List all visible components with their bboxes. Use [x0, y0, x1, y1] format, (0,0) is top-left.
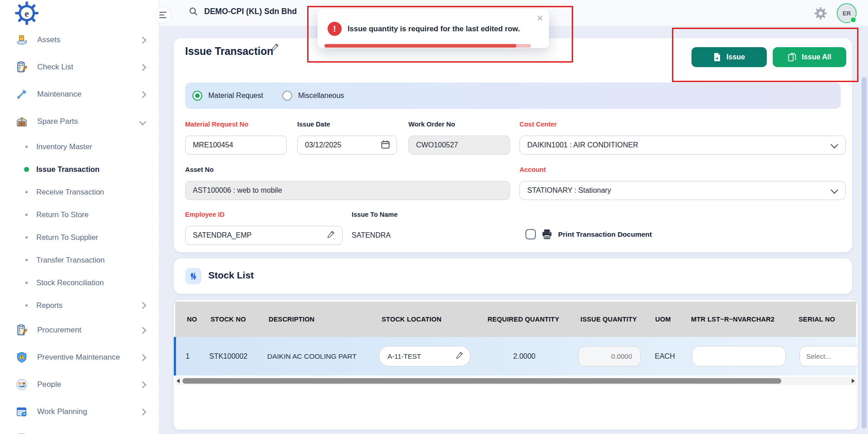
column-header-issue-quantity: ISSUE QUANTITY	[577, 302, 641, 337]
maintenance-icon	[15, 88, 28, 101]
chevron-right-icon	[139, 327, 147, 334]
transaction-type-radio-group: Material Request Miscellaneous	[185, 83, 841, 109]
sidebar-item-return-to-supplier[interactable]: Return To Supplier	[0, 226, 159, 249]
print-transaction-row: Print Transaction Document	[525, 229, 652, 240]
bullet-icon	[25, 282, 28, 284]
chevron-right-icon	[139, 302, 147, 309]
sliders-icon	[185, 268, 201, 284]
spare-parts-icon	[15, 115, 28, 128]
horizontal-scrollbar[interactable]	[175, 377, 856, 385]
toast-progress-fill	[324, 44, 516, 48]
column-header-required-quantity: REQUIRED QUANTITY	[484, 302, 563, 337]
sidebar-item-check-list[interactable]: Check List	[0, 54, 159, 81]
sidebar-item-label: Return To Supplier	[36, 233, 145, 242]
scroll-right-arrow-icon[interactable]	[852, 379, 855, 383]
mtr-lst-input[interactable]	[692, 346, 786, 366]
sidebar-item-inventory-master[interactable]: Inventory Master	[0, 135, 159, 158]
issue-to-name-value: SATENDRA	[352, 231, 391, 239]
chevron-down-icon	[139, 118, 147, 125]
bullet-icon	[25, 304, 28, 307]
sidebar-item-label: Spare Parts	[37, 117, 131, 126]
calendar-icon[interactable]	[381, 140, 390, 149]
radio-miscellaneous[interactable]: Miscellaneous	[282, 91, 344, 101]
issue-button[interactable]: Issue	[691, 47, 767, 67]
sidebar-item-transfer-transaction[interactable]: Transfer Transaction	[0, 249, 159, 271]
sidebar-item-people[interactable]: People	[0, 371, 159, 398]
column-header-mtr-lst: MTR LST~R~NVARCHAR2	[691, 302, 775, 337]
edit-icon[interactable]	[326, 230, 335, 239]
sidebar-item-spare-parts[interactable]: Spare Parts	[0, 108, 159, 135]
scrollbar-thumb[interactable]	[182, 378, 781, 384]
sidebar-item-procurement[interactable]: Procurement	[0, 317, 159, 344]
topbar-right: ER	[814, 3, 857, 23]
employee-id-input[interactable]	[185, 226, 343, 245]
chevron-right-icon	[139, 408, 147, 415]
material-request-no-input[interactable]	[185, 136, 287, 155]
bullet-icon	[25, 191, 28, 193]
cost-center-select[interactable]: DAIKIN1001 : AIR CONDITIONER	[520, 136, 846, 155]
cell-stock-no: STK100002	[209, 337, 248, 375]
sidebar-item-work-planning[interactable]: Work Planning	[0, 398, 159, 425]
sidebar-item-label: People	[37, 380, 131, 389]
sidebar-item-more[interactable]	[0, 425, 159, 434]
account-label: Account	[520, 166, 546, 173]
vertical-scrollbar-thumb[interactable]	[862, 77, 867, 429]
sidebar-toggle-button[interactable]	[154, 6, 172, 24]
sidebar-item-label: Preventive Maintenance	[37, 353, 131, 362]
table-row: 1 STK100002 DAIKIN AC COOLING PART 2.000…	[174, 337, 856, 375]
sidebar-item-issue-transaction[interactable]: Issue Transaction	[0, 158, 159, 180]
chevron-right-icon	[139, 36, 147, 44]
material-request-no-label: Material Request No	[185, 121, 248, 128]
sidebar: e Assets	[0, 0, 159, 434]
page-title: Issue Transaction	[185, 45, 273, 58]
toast-progress-bar	[324, 44, 531, 48]
sidebar-item-stock-reconciliation[interactable]: Stock Reconciliation	[0, 271, 159, 294]
settings-gear-icon[interactable]	[814, 7, 827, 20]
sidebar-item-return-to-store[interactable]: Return To Store	[0, 203, 159, 226]
bullet-icon	[25, 236, 28, 239]
sidebar-item-label: Reports	[36, 301, 133, 310]
edit-icon[interactable]	[455, 351, 464, 360]
close-icon[interactable]: ×	[537, 11, 543, 25]
sidebar-item-label: Maintenance	[37, 90, 131, 99]
cell-description: DAIKIN AC COOLING PART	[267, 337, 357, 375]
sidebar-item-label: Work Planning	[37, 407, 131, 416]
chevron-right-icon	[139, 381, 147, 388]
radio-material-request[interactable]: Material Request	[192, 91, 263, 101]
chevron-right-icon	[139, 63, 147, 71]
sidebar-item-receive-transaction[interactable]: Receive Transaction	[0, 180, 159, 203]
issue-to-name-label: Issue To Name	[352, 211, 397, 218]
error-toast: ! Issue quantity is required for the las…	[318, 9, 549, 48]
bullet-icon	[25, 214, 28, 216]
edit-icon[interactable]	[270, 43, 280, 52]
radio-selected-icon	[192, 91, 202, 101]
serial-no-select[interactable]	[799, 346, 858, 366]
stock-list-header-card: Stock List	[174, 258, 852, 294]
scroll-left-arrow-icon[interactable]	[177, 379, 180, 383]
cost-center-label: Cost Center	[520, 121, 557, 128]
sidebar-item-assets[interactable]: Assets	[0, 26, 159, 54]
cell-required-quantity: 2.0000	[485, 337, 564, 375]
sidebar-item-maintenance[interactable]: Maintenance	[0, 81, 159, 108]
company-name: DEMO-CPI (KL) Sdn Bhd	[204, 7, 297, 16]
issue-all-button[interactable]: Issue All	[773, 47, 846, 67]
column-header-description: DESCRIPTION	[269, 302, 314, 337]
sidebar-item-label: Stock Reconciliation	[36, 278, 145, 287]
user-avatar[interactable]: ER	[837, 3, 857, 23]
print-transaction-checkbox[interactable]	[525, 229, 536, 239]
account-select[interactable]: STATIONARY : Stationary	[520, 181, 846, 200]
issue-quantity-input[interactable]	[578, 346, 641, 366]
sidebar-item-reports[interactable]: Reports	[0, 294, 159, 317]
column-header-stock-no: STOCK NO	[211, 302, 246, 337]
cost-center-value: DAIKIN1001 : AIR CONDITIONER	[527, 141, 638, 149]
stock-table-card: NO STOCK NO DESCRIPTION STOCK LOCATION R…	[174, 300, 858, 429]
issue-button-label: Issue	[726, 53, 745, 61]
app-logo[interactable]: e	[15, 1, 39, 25]
sidebar-item-preventive-maintenance[interactable]: Preventive Maintenance	[0, 344, 159, 371]
cell-no: 1	[186, 337, 190, 375]
global-search[interactable]: DEMO-CPI (KL) Sdn Bhd	[188, 6, 297, 16]
column-header-no: NO	[187, 302, 197, 337]
account-value: STATIONARY : Stationary	[527, 186, 611, 195]
employee-id-label: Employee ID	[185, 211, 225, 218]
procurement-icon	[15, 324, 28, 336]
